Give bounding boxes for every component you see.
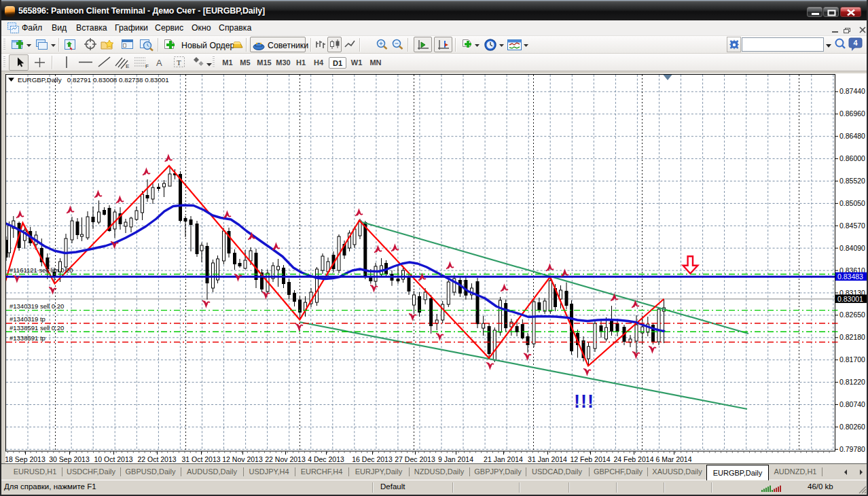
svg-text:#1338591 tp: #1338591 tp xyxy=(10,334,46,342)
svg-text:0.79780: 0.79780 xyxy=(839,445,865,453)
svg-text:24 Feb 2014: 24 Feb 2014 xyxy=(614,455,654,463)
svg-text:30 Sep 2013: 30 Sep 2013 xyxy=(49,455,90,463)
svg-text:0.81700: 0.81700 xyxy=(839,355,865,364)
svg-text:0.85520: 0.85520 xyxy=(839,177,865,185)
svg-text:16 Dec 2013: 16 Dec 2013 xyxy=(352,455,393,463)
svg-text:0.80740: 0.80740 xyxy=(839,400,865,408)
svg-text:0.86000: 0.86000 xyxy=(839,154,865,162)
svg-text:EURGBP,Daily 0.82791 0.83008: EURGBP,Daily 0.82791 0.83008 0.82738 0.8… xyxy=(18,76,169,84)
svg-text:E: E xyxy=(126,63,129,69)
svg-text:0.82180: 0.82180 xyxy=(839,333,865,341)
svg-text:#1338591 sell 0.20: #1338591 sell 0.20 xyxy=(10,324,64,332)
svg-text:27 Dec 2013: 27 Dec 2013 xyxy=(395,455,435,463)
svg-text:12 Feb 2014: 12 Feb 2014 xyxy=(571,455,611,463)
svg-text:0.86480: 0.86480 xyxy=(839,132,865,140)
svg-text:0.84570: 0.84570 xyxy=(839,222,865,230)
svg-text:10 Oct 2013: 10 Oct 2013 xyxy=(94,455,132,463)
svg-text:18 Sep 2013: 18 Sep 2013 xyxy=(5,455,46,463)
svg-text:0.84090: 0.84090 xyxy=(839,244,865,252)
svg-text:!!!: !!! xyxy=(574,391,594,412)
svg-text:0.85050: 0.85050 xyxy=(839,199,865,207)
svg-text:31 Oct 2013: 31 Oct 2013 xyxy=(181,455,220,463)
svg-text:22 Nov 2013: 22 Nov 2013 xyxy=(265,455,306,463)
svg-text:0.80260: 0.80260 xyxy=(839,423,865,431)
svg-text:0.86960: 0.86960 xyxy=(839,109,865,118)
svg-text:4 Dec 2013: 4 Dec 2013 xyxy=(308,455,344,463)
svg-text:#1161121 sell lim 0.20: #1161121 sell lim 0.20 xyxy=(10,266,73,274)
svg-text:T: T xyxy=(177,58,181,67)
svg-text:4: 4 xyxy=(853,39,858,47)
svg-text:#1340319 tp: #1340319 tp xyxy=(10,315,46,323)
svg-text:F: F xyxy=(145,63,149,69)
svg-text:0.87440: 0.87440 xyxy=(839,87,865,95)
svg-text:21 Jan 2014: 21 Jan 2014 xyxy=(484,455,523,463)
svg-text:0.83483: 0.83483 xyxy=(837,272,863,281)
svg-text:9 Jan 2014: 9 Jan 2014 xyxy=(438,455,473,463)
svg-text:6 Mar 2014: 6 Mar 2014 xyxy=(655,455,691,463)
svg-text:0.83001: 0.83001 xyxy=(837,295,863,303)
svg-text:22 Oct 2013: 22 Oct 2013 xyxy=(137,455,176,463)
svg-text:0.82650: 0.82650 xyxy=(839,311,865,319)
svg-text:0.81220: 0.81220 xyxy=(839,378,865,386)
svg-text:#1340319 sell 0.20: #1340319 sell 0.20 xyxy=(10,302,64,310)
svg-text:12 Nov 2013: 12 Nov 2013 xyxy=(222,455,263,463)
svg-text:31 Jan 2014: 31 Jan 2014 xyxy=(528,455,567,463)
